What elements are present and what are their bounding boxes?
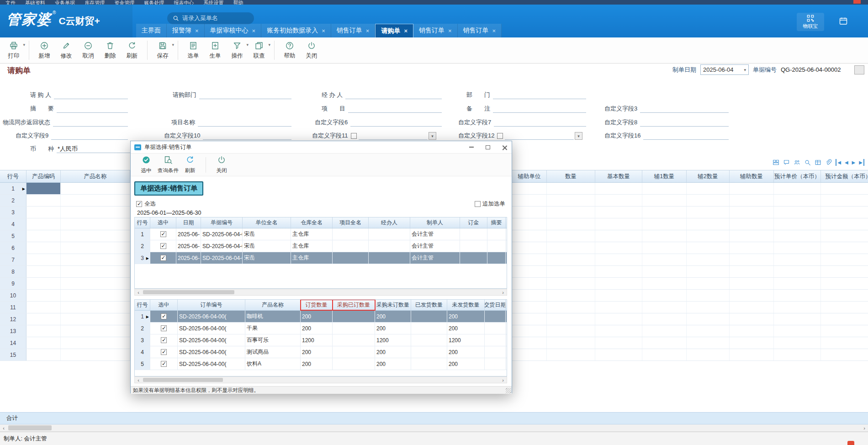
column-header[interactable]: 选中 (150, 217, 176, 228)
append-order-checkbox[interactable]: 追加选单 (475, 200, 505, 208)
checkbox-icon (136, 201, 142, 207)
column-header[interactable]: 订单编号 (178, 300, 245, 310)
field-input[interactable] (493, 91, 586, 99)
field-input[interactable] (348, 105, 442, 113)
field-input[interactable] (493, 105, 586, 113)
column-header[interactable]: 仓库全名 (291, 217, 333, 228)
dialog-titlebar[interactable]: 单据选择:销售订单 (131, 141, 512, 154)
field-input[interactable] (199, 91, 291, 99)
minimize-button[interactable] (468, 143, 475, 151)
table-row[interactable]: 1▶SD-2025-06-04-00(咖啡机200200200 (135, 311, 507, 323)
field-input[interactable] (359, 132, 428, 140)
scroll-right-icon[interactable]: › (499, 289, 507, 295)
scrollbar-thumb[interactable] (143, 378, 223, 382)
field-input[interactable] (57, 105, 128, 113)
table-row[interactable]: 3▶2025-06-SD-2025-06-04-00(宋岳主仓库会计主管 (135, 252, 507, 264)
field-input[interactable] (345, 91, 442, 99)
column-header[interactable]: 订金 (460, 217, 487, 228)
maximize-button[interactable] (484, 143, 492, 151)
details-hscrollbar[interactable]: ‹ › (134, 376, 507, 383)
field-input[interactable] (350, 118, 442, 127)
column-header[interactable]: 行号 (135, 300, 150, 310)
column-header[interactable]: 经办人 (369, 217, 410, 228)
close-button[interactable] (501, 143, 508, 151)
select-button[interactable]: 选中 (135, 154, 157, 175)
refresh-button[interactable]: 刷新 (179, 154, 201, 175)
field-project-name: 项目名称 (171, 117, 291, 127)
query-conditions-button[interactable]: 查询条件 (157, 154, 179, 175)
checkbox-cell[interactable] (150, 334, 178, 346)
column-header[interactable]: 日期 (176, 217, 201, 228)
checkbox-icon (161, 313, 167, 319)
field-label: 物流同步返回状态 (3, 118, 50, 127)
field-input[interactable] (203, 132, 291, 140)
checkbox-cell[interactable] (150, 323, 178, 334)
column-header[interactable]: 选中 (150, 300, 178, 310)
column-header[interactable]: 交货日期 (485, 300, 506, 310)
checkbox-cell[interactable] (150, 228, 176, 240)
resize-grip[interactable] (506, 388, 511, 393)
field-input[interactable] (643, 132, 729, 140)
column-header[interactable]: 制单人 (410, 217, 460, 228)
field-input[interactable] (640, 118, 729, 127)
field-input[interactable] (505, 132, 574, 140)
field-input[interactable] (640, 105, 729, 113)
column-header[interactable]: 摘要 (487, 217, 506, 228)
checkbox-icon[interactable] (497, 133, 503, 139)
table-row[interactable]: 2SD-2025-06-04-00(干果200200200 (135, 323, 507, 334)
field-input[interactable] (198, 118, 291, 127)
close-button[interactable]: 关闭 (211, 154, 233, 175)
column-header[interactable]: 未发货数量 (447, 300, 485, 310)
column-header[interactable]: 单位全名 (243, 217, 291, 228)
checkbox-icon (160, 255, 166, 261)
scrollbar-thumb[interactable] (143, 290, 234, 294)
dropdown-button[interactable]: ▾ (575, 132, 582, 140)
column-header[interactable]: 行号 (135, 217, 150, 228)
column-header[interactable]: 单据编号 (201, 217, 243, 228)
checkbox-cell[interactable] (150, 358, 178, 370)
select-all-checkbox[interactable]: 全选 (136, 200, 156, 208)
cell: 宋岳 (243, 240, 291, 252)
field-input[interactable] (51, 132, 128, 140)
checkbox-cell[interactable] (150, 346, 178, 358)
row-number: 1▶ (135, 311, 150, 322)
dropdown-button[interactable]: ▾ (429, 132, 436, 140)
field-label: 部 门 (466, 91, 490, 99)
cell: 200 (447, 311, 485, 322)
scroll-left-icon[interactable]: ‹ (135, 289, 142, 295)
field-label: 自定义字段10 (164, 132, 200, 140)
checkbox-icon (160, 243, 166, 249)
checkbox-cell[interactable] (150, 311, 178, 322)
orders-hscrollbar[interactable]: ‹ › (134, 289, 507, 296)
field-label: 自定义字段8 (604, 118, 637, 127)
cell (485, 334, 506, 346)
cell: 200 (301, 323, 333, 334)
field-remark: 备 注 (466, 104, 586, 113)
table-header: 行号选中订单编号产品名称订货数量采购已订数量采购未订数量已发货数量未发货数量交货… (135, 300, 507, 311)
scroll-left-icon[interactable]: ‹ (135, 377, 142, 383)
column-header[interactable]: 订货数量 (301, 300, 333, 310)
cell: 200 (375, 323, 411, 334)
field-project: 项 目 (322, 104, 442, 113)
checkbox-cell[interactable] (150, 252, 176, 264)
field-input[interactable] (494, 118, 586, 127)
column-header[interactable]: 采购已订数量 (333, 300, 375, 310)
field-requester: 请 购 人 (30, 90, 128, 99)
table-row[interactable]: 22025-06-SD-2025-06-04-00(宋岳主仓库会计主管 (135, 240, 507, 252)
table-row[interactable]: 12025-06-SD-2025-06-04-00(宋岳主仓库会计主管 (135, 228, 507, 240)
column-header[interactable]: 项目全名 (333, 217, 369, 228)
column-header[interactable]: 产品名称 (245, 300, 301, 310)
table-row[interactable]: 5SD-2025-06-04-00(饮料A200200200 (135, 358, 507, 370)
scroll-right-icon[interactable]: › (499, 377, 507, 383)
checkbox-cell[interactable] (150, 240, 176, 252)
column-header[interactable]: 已发货数量 (411, 300, 447, 310)
cell: 会计主管 (410, 240, 460, 252)
table-row[interactable]: 3SD-2025-06-04-00(百事可乐120012001200 (135, 334, 507, 346)
field-input[interactable] (53, 118, 128, 127)
table-row[interactable]: 4SD-2025-06-04-00(测试商品200200200 (135, 346, 507, 358)
field-input[interactable] (54, 91, 128, 99)
checkbox-icon[interactable] (351, 133, 357, 139)
orders-table: 行号选中日期单据编号单位全名仓库全名项目全名经办人制单人订金摘要12025-06… (134, 217, 507, 289)
column-header[interactable]: 采购未订数量 (375, 300, 411, 310)
cell: 200 (375, 358, 411, 370)
